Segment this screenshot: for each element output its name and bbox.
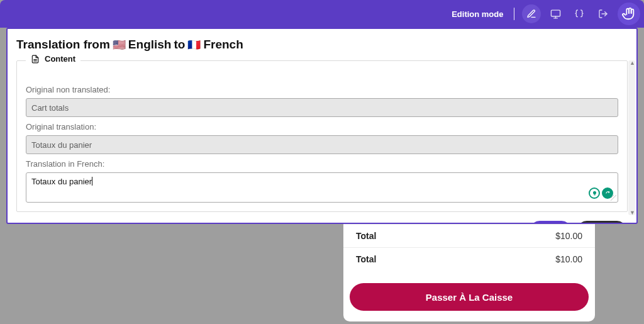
suggestion-badge[interactable] xyxy=(589,187,600,199)
hand-icon xyxy=(622,7,636,21)
target-language: French xyxy=(203,38,243,52)
resize-handle[interactable] xyxy=(611,195,617,201)
legend-text: Content xyxy=(45,54,75,64)
edition-mode-label: Edition mode xyxy=(452,9,503,19)
title-to: to xyxy=(174,38,185,52)
exit-button[interactable] xyxy=(594,4,613,23)
scroll-up-icon: ▲ xyxy=(630,60,635,66)
cart-total-row: Total $10.00 xyxy=(343,224,595,247)
fieldset-legend: Content xyxy=(26,54,80,64)
title-prefix: Translation from xyxy=(16,38,110,52)
pencil-icon xyxy=(526,9,536,19)
cart-row-value: $10.00 xyxy=(555,254,582,264)
us-flag-icon: 🇺🇸 xyxy=(113,40,126,50)
modal-scrollbar[interactable]: ▲ ▼ xyxy=(628,60,635,215)
original-non-translated-value: Cart totals xyxy=(31,103,69,113)
translation-input-wrap: Totaux du panier xyxy=(26,172,618,203)
brand-button[interactable] xyxy=(618,3,640,25)
label-translation-in-target: Translation in French: xyxy=(26,159,618,169)
monitor-icon xyxy=(550,9,561,20)
original-translation-field: Totaux du panier xyxy=(26,135,618,154)
cart-row-value: $10.00 xyxy=(555,231,582,241)
text-caret xyxy=(92,177,92,186)
grammar-badges[interactable] xyxy=(589,187,613,199)
editor-toolbar: Edition mode xyxy=(0,0,644,28)
cart-row-label: Total xyxy=(356,254,376,264)
original-translation-value: Totaux du panier xyxy=(31,140,92,150)
translation-input-value: Totaux du panier xyxy=(31,177,92,186)
checkout-button-label: Passer À La Caisse xyxy=(426,292,513,303)
modal-button-row: Save Cancel xyxy=(16,221,628,224)
translation-input[interactable]: Totaux du panier xyxy=(26,172,618,203)
fr-flag-icon: 🇫🇷 xyxy=(187,40,201,50)
exit-icon xyxy=(598,9,608,19)
cart-total-row: Total $10.00 xyxy=(343,247,595,271)
toolbar-separator xyxy=(514,8,515,20)
arrow-icon xyxy=(605,191,611,196)
desktop-preview-button[interactable] xyxy=(546,4,565,23)
document-icon xyxy=(31,55,40,64)
label-original-non-translated: Original non translated: xyxy=(26,85,618,94)
label-original-translation: Original translation: xyxy=(26,122,618,131)
modal-title: Translation from 🇺🇸 English to 🇫🇷 French xyxy=(16,38,628,52)
edit-button[interactable] xyxy=(522,4,541,23)
source-language: English xyxy=(128,38,172,52)
translation-modal: ▲ ▼ Translation from 🇺🇸 English to 🇫🇷 Fr… xyxy=(6,28,638,224)
scroll-down-icon: ▼ xyxy=(630,209,635,216)
svg-rect-0 xyxy=(551,10,560,16)
original-non-translated-field: Cart totals xyxy=(26,98,618,117)
lightbulb-icon xyxy=(592,191,597,196)
checkout-button[interactable]: Passer À La Caisse xyxy=(350,283,589,311)
save-button[interactable]: Save xyxy=(530,221,571,224)
cart-row-label: Total xyxy=(356,231,376,241)
code-view-button[interactable] xyxy=(570,4,589,23)
content-fieldset: Content Original non translated: Cart to… xyxy=(16,60,628,212)
cancel-button[interactable]: Cancel xyxy=(577,221,626,224)
braces-icon xyxy=(574,9,584,19)
